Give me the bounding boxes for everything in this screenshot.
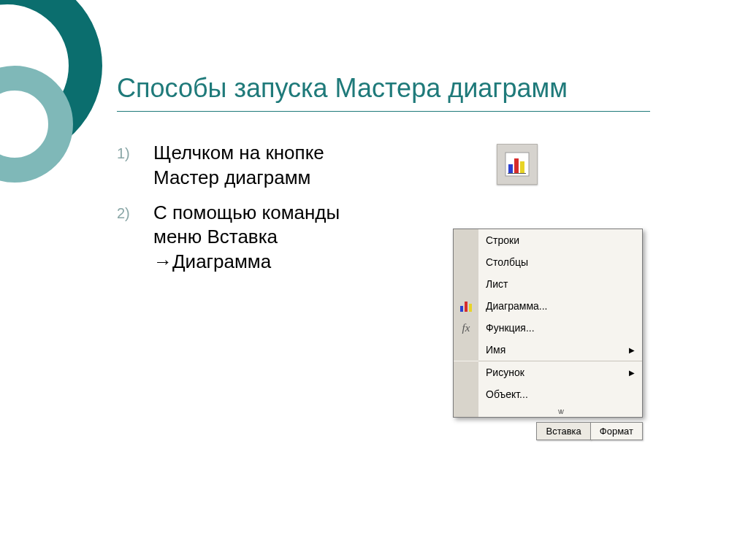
menu-item-object[interactable]: Объект... xyxy=(454,383,642,405)
list-item: 2) С помощью команды меню Вставка →Диагр… xyxy=(117,201,380,275)
fx-icon: fx xyxy=(462,322,470,334)
menu-item-rows[interactable]: Строки xyxy=(454,229,642,251)
svg-rect-4 xyxy=(508,173,526,174)
chevron-down-icon: vv xyxy=(478,407,642,415)
svg-rect-5 xyxy=(460,306,463,312)
submenu-arrow-icon: ▶ xyxy=(629,369,642,377)
slide-title: Способы запуска Мастера диаграмм xyxy=(117,73,704,104)
menu-label: Лист xyxy=(478,278,642,290)
svg-rect-3 xyxy=(520,161,524,173)
menu-label: Рисунок xyxy=(478,367,629,378)
svg-rect-1 xyxy=(508,164,513,173)
menu-item-sheet[interactable]: Лист xyxy=(454,273,642,295)
menu-label: Функция... xyxy=(478,322,642,334)
svg-rect-2 xyxy=(514,158,519,173)
svg-rect-6 xyxy=(465,302,468,312)
list-item: 1) Щелчком на кнопке Мастер диаграмм xyxy=(117,141,380,191)
insert-menu-screenshot: Строки Столбцы Лист xyxy=(453,229,643,440)
list-text: С помощью команды меню Вставка →Диаграмм… xyxy=(153,202,340,273)
list-number: 2) xyxy=(117,204,130,223)
svg-rect-7 xyxy=(469,304,472,312)
slide-body: 1) Щелчком на кнопке Мастер диаграмм 2) … xyxy=(117,141,704,440)
menu-expand[interactable]: vv xyxy=(454,405,642,417)
chart-icon xyxy=(459,299,473,313)
slide: Способы запуска Мастера диаграмм 1) Щелч… xyxy=(0,0,748,560)
chart-wizard-icon xyxy=(504,151,530,177)
screenshot-column: Строки Столбцы Лист xyxy=(409,141,643,440)
submenu-arrow-icon: ▶ xyxy=(629,346,642,354)
menu-label: Объект... xyxy=(478,388,642,400)
menu-label: Диаграмма... xyxy=(478,300,642,312)
menu-item-chart[interactable]: Диаграмма... xyxy=(454,295,642,317)
menu-label: Строки xyxy=(478,234,642,246)
tab-insert[interactable]: Вставка xyxy=(536,422,590,440)
menu-label: Имя xyxy=(478,344,629,356)
context-menu: Строки Столбцы Лист xyxy=(453,229,643,418)
menu-item-columns[interactable]: Столбцы xyxy=(454,251,642,273)
chart-wizard-button[interactable] xyxy=(497,144,538,185)
menu-item-name[interactable]: Имя ▶ xyxy=(454,339,642,361)
menu-tabs: Вставка Формат xyxy=(453,422,643,440)
menu-label: Столбцы xyxy=(478,256,642,268)
bullet-list: 1) Щелчком на кнопке Мастер диаграмм 2) … xyxy=(117,141,380,285)
list-number: 1) xyxy=(117,144,130,163)
list-text: Щелчком на кнопке Мастер диаграмм xyxy=(153,142,324,188)
tab-format[interactable]: Формат xyxy=(590,422,643,440)
menu-item-picture[interactable]: Рисунок ▶ xyxy=(454,361,642,383)
title-underline xyxy=(117,111,650,112)
menu-item-function[interactable]: fx Функция... xyxy=(454,317,642,339)
